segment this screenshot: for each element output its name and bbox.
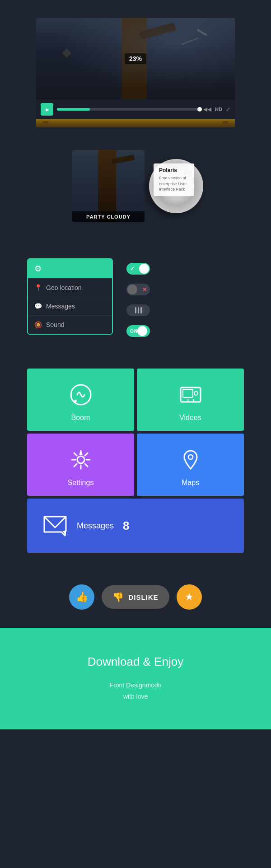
star-icon: ★ — [185, 591, 194, 603]
svg-rect-3 — [183, 389, 193, 397]
messages-icon — [41, 511, 70, 540]
settings-menu: ⚙ 📍 Geo location 💬 Messages 🔕 Sound — [27, 258, 113, 335]
toggle-2-knob — [127, 285, 137, 294]
maps-label: Maps — [182, 479, 199, 487]
tiles-grid: Boom Videos — [27, 369, 244, 553]
like-icon: 👍 — [76, 591, 88, 603]
player-progress-badge: 23% — [125, 53, 146, 64]
messages-label: Messages — [46, 303, 75, 310]
videos-label: Videos — [179, 414, 201, 422]
progress-dot — [197, 107, 202, 112]
message-icon: 💬 — [34, 303, 42, 310]
play-button[interactable] — [41, 103, 53, 116]
toggle-4[interactable] — [126, 325, 150, 337]
settings-label: Settings — [68, 479, 94, 487]
section-tiles: Boom Videos — [0, 355, 271, 566]
svg-line-14 — [85, 464, 88, 467]
toggle-3-lines — [135, 307, 142, 313]
toggle-1-knob — [139, 264, 149, 274]
toggle-3[interactable] — [126, 304, 150, 316]
dislike-button[interactable]: 👎 DISLIKE — [102, 585, 169, 609]
geolocation-label: Geo location — [46, 284, 82, 291]
star-button[interactable]: ★ — [177, 584, 202, 610]
footer-subtitle: From Designmodo with love — [18, 680, 253, 702]
svg-point-4 — [194, 392, 198, 395]
gear-icon: ⚙ — [34, 264, 42, 274]
settings-icon — [67, 446, 94, 473]
tile-boom[interactable]: Boom — [27, 369, 134, 431]
dislike-label: DISLIKE — [128, 593, 158, 601]
section-music: PARTY CLOUDY Polaris Free version of ent… — [0, 127, 271, 240]
toggle-4-knob — [137, 326, 147, 336]
settings-menu-header: ⚙ — [28, 259, 112, 278]
progress-fill — [57, 108, 90, 111]
svg-line-13 — [74, 453, 77, 456]
toggles-column: ✓ ✕ — [126, 258, 150, 337]
tile-messages[interactable]: Messages 8 — [27, 499, 244, 553]
settings-item-sound[interactable]: 🔕 Sound — [28, 315, 112, 334]
section-player: 23% ◀◀ HD ⤢ — [0, 0, 271, 127]
progress-bar[interactable] — [57, 108, 200, 111]
toggle-1-check: ✓ — [130, 266, 135, 272]
footer-line1: From Designmodo — [109, 681, 161, 689]
footer-line2: with love — [123, 693, 148, 700]
cd-info: Polaris Free version of enterprise User … — [154, 163, 194, 196]
videos-icon — [177, 381, 204, 408]
dislike-icon: 👎 — [112, 592, 124, 602]
toggle-line-1 — [135, 307, 136, 313]
section-actions: 👍 👎 DISLIKE ★ — [0, 566, 271, 628]
player-thumbnail: 23% — [36, 18, 235, 99]
toggle-2-x: ✕ — [142, 287, 146, 293]
svg-line-16 — [74, 464, 77, 467]
svg-point-17 — [188, 455, 193, 459]
like-button[interactable]: 👍 — [69, 584, 94, 610]
svg-line-15 — [85, 453, 88, 456]
maps-icon — [177, 446, 204, 473]
svg-point-8 — [77, 456, 84, 463]
settings-item-messages[interactable]: 💬 Messages — [28, 297, 112, 315]
settings-item-geolocation[interactable]: 📍 Geo location — [28, 278, 112, 297]
cd-subtitle: Free version of enterprise User Interfac… — [159, 175, 189, 192]
album-art: PARTY CLOUDY — [72, 150, 145, 222]
track-label: PARTY CLOUDY — [72, 211, 145, 222]
toggle-1[interactable]: ✓ — [126, 263, 150, 275]
section-settings: ⚙ 📍 Geo location 💬 Messages 🔕 Sound ✓ ✕ — [0, 240, 271, 355]
cd-title: Polaris — [159, 167, 189, 173]
player-controls: ◀◀ HD ⤢ — [36, 99, 235, 119]
footer-title: Download & Enjoy — [18, 655, 253, 669]
hd-badge: HD — [215, 107, 222, 112]
toggle-2[interactable]: ✕ — [126, 284, 150, 295]
boom-icon — [67, 381, 94, 408]
player-wrapper: 23% ◀◀ HD ⤢ — [36, 18, 235, 119]
tile-settings[interactable]: Settings — [27, 434, 134, 496]
toggle-line-2 — [138, 307, 139, 313]
toggle-line-3 — [140, 307, 142, 313]
messages-tile-label: Messages — [77, 521, 114, 531]
fullscreen-icon[interactable]: ⤢ — [226, 106, 230, 112]
boom-label: Boom — [71, 414, 90, 422]
tile-maps[interactable]: Maps — [137, 434, 244, 496]
location-icon: 📍 — [34, 284, 42, 291]
svg-point-1 — [74, 400, 77, 402]
tile-videos[interactable]: Videos — [137, 369, 244, 431]
shelf — [36, 119, 235, 127]
sound-icon: 🔕 — [34, 321, 42, 328]
section-footer: Download & Enjoy From Designmodo with lo… — [0, 628, 271, 729]
volume-icon[interactable]: ◀◀ — [203, 106, 211, 112]
sound-label: Sound — [46, 321, 64, 328]
messages-badge: 8 — [123, 519, 129, 533]
